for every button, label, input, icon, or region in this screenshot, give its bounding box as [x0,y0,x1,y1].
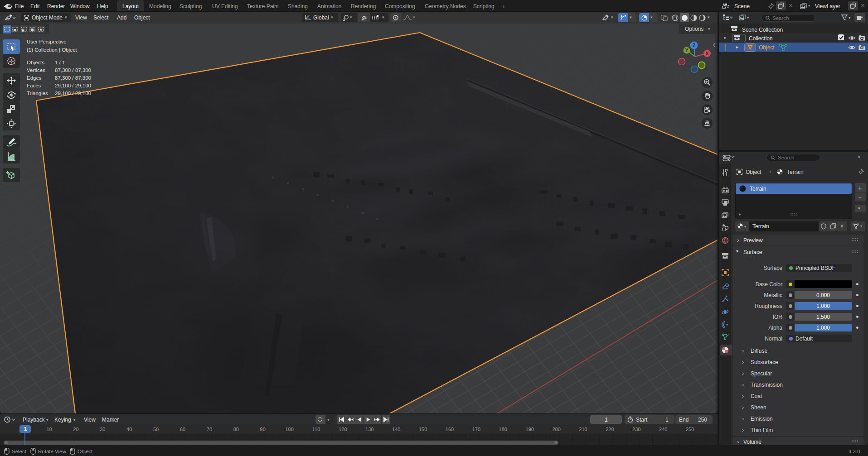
svg-text:Z: Z [693,43,695,48]
svg-text:X: X [706,51,709,56]
svg-text:Y: Y [685,48,689,53]
